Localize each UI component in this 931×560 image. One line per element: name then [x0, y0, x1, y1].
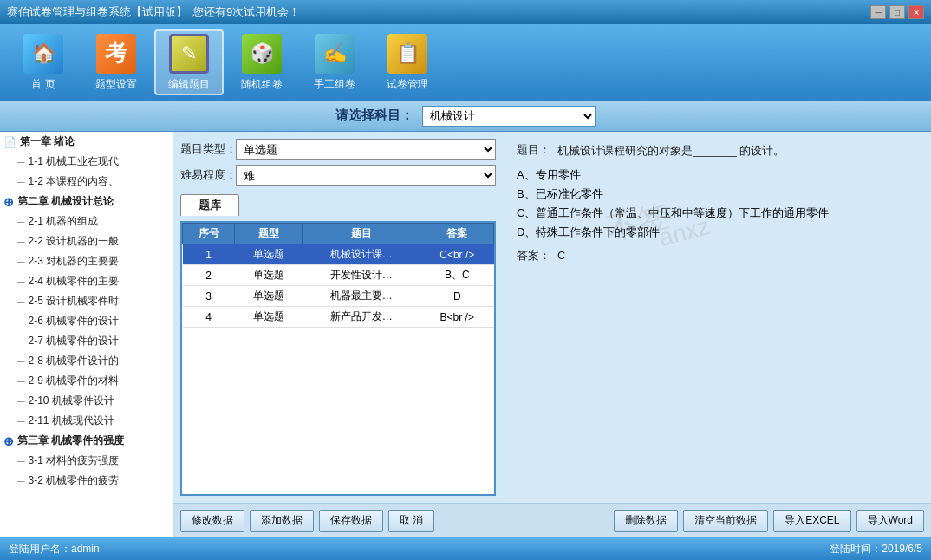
tree-item-1-2[interactable]: ─ 1-2 本课程的内容、 [0, 172, 173, 192]
toolbar-exam-type-label: 题型设置 [95, 77, 137, 92]
diff-form-row: 难易程度： 易 中 难 [180, 165, 496, 186]
toolbar-home-label: 首 页 [31, 77, 55, 92]
title-bar-left: 赛伯试卷管理与组卷系统【试用版】 您还有9次试用机会！ [7, 4, 300, 20]
tree-item-2-1-label: 2-1 机器的组成 [29, 214, 99, 229]
tree-item-2-7[interactable]: ─ 2-7 机械零件的设计 [0, 331, 173, 351]
answer-label: 答案： [517, 248, 550, 264]
toolbar-edit-question-button[interactable]: ✎ 编辑题目 [154, 29, 224, 95]
cell-answer: C<br /> [420, 244, 494, 265]
question-answer-row: 答案： C [517, 247, 917, 265]
exam-type-icon: 考 [96, 34, 136, 74]
cell-type: 单选题 [235, 286, 303, 307]
maximize-button[interactable]: □ [889, 5, 905, 19]
toolbar: 🏠 首 页 考 题型设置 ✎ 编辑题目 🎲 随机组卷 ✍ 手工组卷 📋 试卷管理 [0, 24, 931, 101]
col-type: 题型 [235, 224, 303, 244]
tree-item-2-4[interactable]: ─ 2-4 机械零件的主要 [0, 271, 173, 291]
tree-dash-15: ─ [17, 475, 25, 487]
option-c-text: C、普通工作条件（常温、中压和中等速度）下工作的通用零件 [517, 206, 829, 219]
tree-item-2-11[interactable]: ─ 2-11 机械现代设计 [0, 411, 173, 431]
cell-id: 3 [183, 286, 235, 307]
tree-item-2-1[interactable]: ─ 2-1 机器的组成 [0, 212, 173, 231]
tree-item-2-2[interactable]: ─ 2-2 设计机器的一般 [0, 231, 173, 251]
type-label: 题目类型： [180, 141, 229, 157]
question-panel: 不签 anxz 题目： 机械设计课程研究的对象是_______ 的设计。 A、专… [503, 132, 931, 503]
import-word-button[interactable]: 导入Word [856, 510, 924, 532]
save-button[interactable]: 保存数据 [319, 510, 383, 532]
tree-item-2-5[interactable]: ─ 2-5 设计机械零件时 [0, 291, 173, 311]
tree-item-3-2[interactable]: ─ 3-2 机械零件的疲劳 [0, 471, 173, 491]
cell-id: 2 [183, 265, 235, 286]
tree-chapter-2[interactable]: ⊕ 第二章 机械设计总论 [0, 192, 173, 212]
tree-item-2-9[interactable]: ─ 2-9 机械零件的材料 [0, 371, 173, 391]
status-bar: 登陆用户名：admin 登陆时间：2019/6/5 [0, 537, 931, 560]
trial-notice: 您还有9次试用机会！ [192, 4, 300, 20]
tree-item-1-1-label: 1-1 机械工业在现代 [29, 154, 120, 169]
toolbar-manual-paper-button[interactable]: ✍ 手工组卷 [300, 29, 369, 95]
table-row[interactable]: 1 单选题 机械设计课… C<br /> [183, 244, 494, 265]
subject-select[interactable]: 机械设计 高等数学 英语 物理 [422, 106, 596, 127]
tree-dash-6: ─ [17, 276, 25, 288]
tree-dash-3: ─ [17, 216, 25, 228]
cell-answer: B、C [420, 265, 494, 286]
data-table-wrapper[interactable]: 序号 题型 题目 答案 1 单选题 机械设计课… C<br /> [180, 221, 496, 496]
tree-item-3-1[interactable]: ─ 3-1 材料的疲劳强度 [0, 451, 173, 471]
app-title: 赛伯试卷管理与组卷系统【试用版】 [7, 4, 187, 20]
form-table-panel: 题目类型： 单选题 多选题 判断题 填空题 简答题 难易程度： 易 中 难 [173, 132, 503, 503]
tab-question-bank[interactable]: 题库 [180, 194, 239, 216]
modify-button[interactable]: 修改数据 [180, 510, 244, 532]
col-id: 序号 [183, 224, 235, 244]
diff-select[interactable]: 易 中 难 [236, 165, 496, 186]
subject-label: 请选择科目： [335, 107, 413, 124]
tree-item-2-11-label: 2-11 机械现代设计 [29, 413, 114, 428]
cell-title: 机械设计课… [303, 244, 420, 265]
tree-panel: 📄 第一章 绪论 ─ 1-1 机械工业在现代 ─ 1-2 本课程的内容、 ⊕ 第… [0, 132, 173, 537]
cell-answer: D [420, 286, 494, 307]
tree-chapter-2-label: 第二章 机械设计总论 [17, 194, 114, 209]
clear-current-button[interactable]: 清空当前数据 [683, 510, 768, 532]
question-option-a: A、专用零件 [517, 167, 917, 183]
cell-title: 新产品开发… [303, 307, 420, 328]
add-button[interactable]: 添加数据 [250, 510, 314, 532]
tree-item-2-10-label: 2-10 机械零件设计 [29, 394, 114, 408]
tree-dash-13: ─ [17, 415, 25, 427]
table-row[interactable]: 3 单选题 机器最主要… D [183, 286, 494, 307]
delete-button[interactable]: 删除数据 [614, 510, 678, 532]
tree-chapter-1[interactable]: 📄 第一章 绪论 [0, 132, 173, 152]
cell-title: 机器最主要… [303, 286, 420, 307]
toolbar-exam-type-button[interactable]: 考 题型设置 [81, 29, 151, 95]
tree-item-1-2-label: 1-2 本课程的内容、 [29, 174, 120, 189]
table-row[interactable]: 4 单选题 新产品开发… B<br /> [183, 307, 494, 328]
toolbar-random-paper-button[interactable]: 🎲 随机组卷 [227, 29, 296, 95]
cell-answer: B<br /> [420, 307, 494, 328]
toolbar-home-button[interactable]: 🏠 首 页 [9, 29, 78, 95]
toolbar-paper-manage-label: 试卷管理 [387, 77, 428, 92]
tree-item-2-4-label: 2-4 机械零件的主要 [29, 274, 120, 289]
tree-chapter-3[interactable]: ⊕ 第三章 机械零件的强度 [0, 431, 173, 451]
import-excel-button[interactable]: 导入EXCEL [773, 510, 850, 532]
tree-item-2-8[interactable]: ─ 2-8 机械零件设计的 [0, 351, 173, 371]
paper-manage-icon: 📋 [387, 34, 427, 74]
tree-item-2-2-label: 2-2 设计机器的一般 [29, 234, 120, 249]
tab-bar: 题库 [180, 194, 496, 216]
data-table: 序号 题型 题目 答案 1 单选题 机械设计课… C<br /> [182, 223, 494, 328]
edit-question-icon: ✎ [169, 34, 209, 74]
tree-dash-11: ─ [17, 375, 25, 387]
minimize-button[interactable]: ─ [870, 5, 886, 19]
tree-item-2-10[interactable]: ─ 2-10 机械零件设计 [0, 391, 173, 411]
tree-dash-4: ─ [17, 236, 25, 248]
close-button[interactable]: ✕ [908, 5, 924, 19]
col-title: 题目 [303, 224, 420, 244]
option-a-text: A、专用零件 [517, 168, 581, 181]
toolbar-edit-question-label: 编辑题目 [168, 77, 210, 92]
tree-item-2-6[interactable]: ─ 2-6 机械零件的设计 [0, 311, 173, 331]
tree-item-2-3-label: 2-3 对机器的主要要 [29, 254, 120, 269]
tree-item-2-3[interactable]: ─ 2-3 对机器的主要要 [0, 251, 173, 271]
type-select[interactable]: 单选题 多选题 判断题 填空题 简答题 [236, 139, 496, 160]
tree-item-1-1[interactable]: ─ 1-1 机械工业在现代 [0, 152, 173, 172]
cancel-button[interactable]: 取 消 [388, 510, 434, 532]
toolbar-paper-manage-button[interactable]: 📋 试卷管理 [373, 29, 442, 95]
tree-dash-9: ─ [17, 335, 25, 348]
toolbar-random-paper-label: 随机组卷 [241, 77, 283, 92]
table-row[interactable]: 2 单选题 开发性设计… B、C [183, 265, 494, 286]
cell-type: 单选题 [235, 307, 303, 328]
